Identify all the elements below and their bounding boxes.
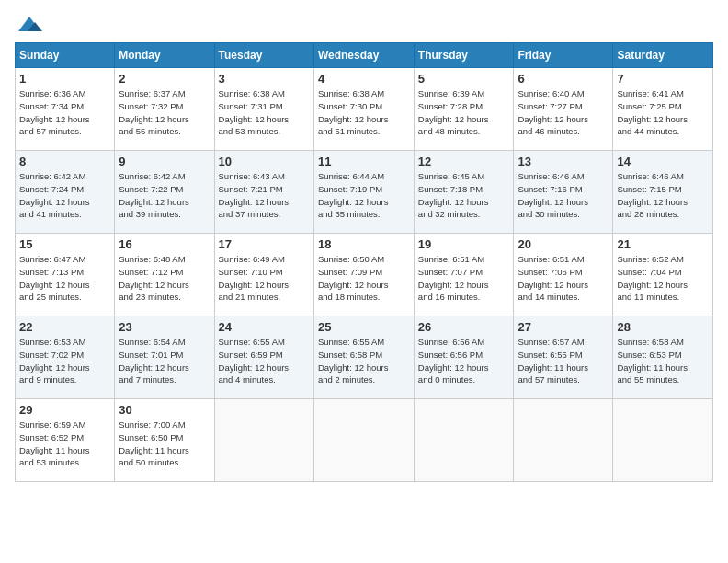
calendar-week-row: 8Sunrise: 6:42 AMSunset: 7:24 PMDaylight…: [16, 151, 713, 234]
day-number: 10: [219, 155, 310, 168]
calendar-day-cell: 1Sunrise: 6:36 AMSunset: 7:34 PMDaylight…: [16, 68, 115, 151]
calendar-day-cell: 25Sunrise: 6:55 AMSunset: 6:58 PMDayligh…: [313, 316, 414, 399]
calendar-header-wednesday: Wednesday: [313, 43, 414, 68]
day-number: 23: [119, 320, 210, 334]
day-number: 5: [418, 72, 510, 86]
calendar-day-cell: 20Sunrise: 6:51 AMSunset: 7:06 PMDayligh…: [514, 234, 613, 316]
day-number: 22: [19, 320, 110, 334]
calendar-day-cell: 12Sunrise: 6:45 AMSunset: 7:18 PMDayligh…: [414, 151, 514, 234]
day-number: 8: [19, 155, 110, 168]
day-number: 28: [617, 320, 709, 334]
day-number: 29: [19, 403, 110, 417]
day-number: 16: [119, 237, 210, 251]
day-info: Sunrise: 6:37 AMSunset: 7:32 PMDaylight:…: [119, 87, 210, 138]
day-number: 24: [219, 320, 310, 334]
day-info: Sunrise: 6:50 AMSunset: 7:09 PMDaylight:…: [318, 253, 410, 304]
calendar-day-cell: 16Sunrise: 6:48 AMSunset: 7:12 PMDayligh…: [115, 234, 214, 316]
day-info: Sunrise: 6:55 AMSunset: 6:59 PMDaylight:…: [219, 336, 310, 386]
calendar-day-cell: 15Sunrise: 6:47 AMSunset: 7:13 PMDayligh…: [16, 234, 115, 316]
calendar-day-cell: [613, 399, 713, 482]
day-number: 30: [119, 403, 210, 417]
day-number: 11: [318, 155, 410, 168]
calendar-week-row: 22Sunrise: 6:53 AMSunset: 7:02 PMDayligh…: [16, 316, 713, 399]
day-info: Sunrise: 6:42 AMSunset: 7:22 PMDaylight:…: [119, 170, 210, 221]
day-info: Sunrise: 6:47 AMSunset: 7:13 PMDaylight:…: [19, 253, 110, 304]
day-info: Sunrise: 6:49 AMSunset: 7:10 PMDaylight:…: [219, 253, 310, 304]
calendar-day-cell: 2Sunrise: 6:37 AMSunset: 7:32 PMDaylight…: [115, 68, 214, 151]
day-info: Sunrise: 6:36 AMSunset: 7:34 PMDaylight:…: [19, 87, 110, 138]
calendar-day-cell: 10Sunrise: 6:43 AMSunset: 7:21 PMDayligh…: [214, 151, 313, 234]
day-info: Sunrise: 6:46 AMSunset: 7:16 PMDaylight:…: [518, 170, 609, 221]
day-number: 13: [518, 155, 609, 168]
day-number: 15: [19, 237, 110, 251]
day-info: Sunrise: 6:42 AMSunset: 7:24 PMDaylight:…: [19, 170, 110, 221]
calendar-day-cell: 29Sunrise: 6:59 AMSunset: 6:52 PMDayligh…: [16, 399, 115, 482]
day-number: 9: [119, 155, 210, 168]
calendar-day-cell: [313, 399, 414, 482]
page-header: [15, 15, 713, 35]
day-info: Sunrise: 6:57 AMSunset: 6:55 PMDaylight:…: [518, 336, 609, 386]
day-info: Sunrise: 6:52 AMSunset: 7:04 PMDaylight:…: [617, 253, 709, 304]
calendar-header-thursday: Thursday: [414, 43, 514, 68]
calendar-header-sunday: Sunday: [16, 43, 115, 68]
calendar-header-monday: Monday: [115, 43, 214, 68]
calendar-week-row: 29Sunrise: 6:59 AMSunset: 6:52 PMDayligh…: [16, 399, 713, 482]
day-info: Sunrise: 6:40 AMSunset: 7:27 PMDaylight:…: [518, 87, 609, 138]
day-number: 26: [418, 320, 510, 334]
logo-icon: [17, 15, 42, 35]
calendar-day-cell: 6Sunrise: 6:40 AMSunset: 7:27 PMDaylight…: [514, 68, 613, 151]
calendar-day-cell: [214, 399, 313, 482]
day-info: Sunrise: 6:59 AMSunset: 6:52 PMDaylight:…: [19, 419, 110, 469]
day-number: 19: [418, 237, 510, 251]
day-number: 12: [418, 155, 510, 168]
calendar-day-cell: 30Sunrise: 7:00 AMSunset: 6:50 PMDayligh…: [115, 399, 214, 482]
day-info: Sunrise: 6:43 AMSunset: 7:21 PMDaylight:…: [219, 170, 310, 221]
calendar-day-cell: 13Sunrise: 6:46 AMSunset: 7:16 PMDayligh…: [514, 151, 613, 234]
day-number: 14: [617, 155, 709, 168]
calendar-day-cell: 14Sunrise: 6:46 AMSunset: 7:15 PMDayligh…: [613, 151, 713, 234]
calendar-day-cell: 4Sunrise: 6:38 AMSunset: 7:30 PMDaylight…: [313, 68, 414, 151]
day-number: 27: [518, 320, 609, 334]
calendar-day-cell: 23Sunrise: 6:54 AMSunset: 7:01 PMDayligh…: [115, 316, 214, 399]
day-info: Sunrise: 6:38 AMSunset: 7:31 PMDaylight:…: [219, 87, 310, 138]
calendar-day-cell: 26Sunrise: 6:56 AMSunset: 6:56 PMDayligh…: [414, 316, 514, 399]
day-info: Sunrise: 6:54 AMSunset: 7:01 PMDaylight:…: [119, 336, 210, 386]
day-info: Sunrise: 6:51 AMSunset: 7:07 PMDaylight:…: [418, 253, 510, 304]
calendar-table: SundayMondayTuesdayWednesdayThursdayFrid…: [15, 42, 713, 482]
day-number: 18: [318, 237, 410, 251]
calendar-header-tuesday: Tuesday: [214, 43, 313, 68]
day-number: 17: [219, 237, 310, 251]
day-number: 20: [518, 237, 609, 251]
day-info: Sunrise: 6:53 AMSunset: 7:02 PMDaylight:…: [19, 336, 110, 386]
calendar-day-cell: 9Sunrise: 6:42 AMSunset: 7:22 PMDaylight…: [115, 151, 214, 234]
day-info: Sunrise: 6:58 AMSunset: 6:53 PMDaylight:…: [617, 336, 709, 386]
calendar-day-cell: 22Sunrise: 6:53 AMSunset: 7:02 PMDayligh…: [16, 316, 115, 399]
calendar-day-cell: 27Sunrise: 6:57 AMSunset: 6:55 PMDayligh…: [514, 316, 613, 399]
day-info: Sunrise: 6:56 AMSunset: 6:56 PMDaylight:…: [418, 336, 510, 386]
day-info: Sunrise: 7:00 AMSunset: 6:50 PMDaylight:…: [119, 419, 210, 469]
calendar-week-row: 15Sunrise: 6:47 AMSunset: 7:13 PMDayligh…: [16, 234, 713, 316]
day-info: Sunrise: 6:39 AMSunset: 7:28 PMDaylight:…: [418, 87, 510, 138]
calendar-day-cell: [414, 399, 514, 482]
logo: [15, 15, 44, 35]
calendar-day-cell: 24Sunrise: 6:55 AMSunset: 6:59 PMDayligh…: [214, 316, 313, 399]
calendar-day-cell: [514, 399, 613, 482]
day-number: 1: [19, 72, 110, 86]
day-info: Sunrise: 6:48 AMSunset: 7:12 PMDaylight:…: [119, 253, 210, 304]
day-number: 2: [119, 72, 210, 86]
calendar-week-row: 1Sunrise: 6:36 AMSunset: 7:34 PMDaylight…: [16, 68, 713, 151]
day-info: Sunrise: 6:44 AMSunset: 7:19 PMDaylight:…: [318, 170, 410, 221]
day-number: 25: [318, 320, 410, 334]
day-number: 7: [617, 72, 709, 86]
calendar-day-cell: 11Sunrise: 6:44 AMSunset: 7:19 PMDayligh…: [313, 151, 414, 234]
calendar-header-friday: Friday: [514, 43, 613, 68]
calendar-day-cell: 3Sunrise: 6:38 AMSunset: 7:31 PMDaylight…: [214, 68, 313, 151]
day-info: Sunrise: 6:38 AMSunset: 7:30 PMDaylight:…: [318, 87, 410, 138]
calendar-day-cell: 8Sunrise: 6:42 AMSunset: 7:24 PMDaylight…: [16, 151, 115, 234]
day-info: Sunrise: 6:45 AMSunset: 7:18 PMDaylight:…: [418, 170, 510, 221]
day-number: 21: [617, 237, 709, 251]
calendar-day-cell: 17Sunrise: 6:49 AMSunset: 7:10 PMDayligh…: [214, 234, 313, 316]
calendar-day-cell: 19Sunrise: 6:51 AMSunset: 7:07 PMDayligh…: [414, 234, 514, 316]
day-number: 6: [518, 72, 609, 86]
calendar-day-cell: 7Sunrise: 6:41 AMSunset: 7:25 PMDaylight…: [613, 68, 713, 151]
